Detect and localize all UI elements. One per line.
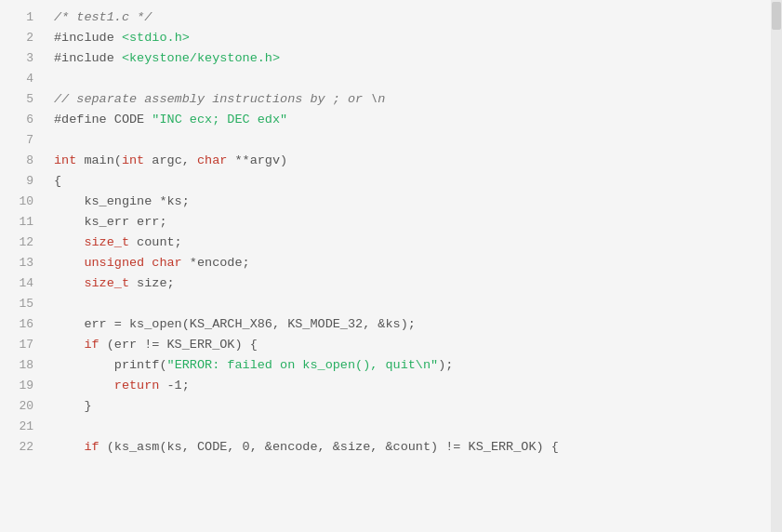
line-number: 2 xyxy=(0,28,45,48)
code-line: unsigned char *encode; xyxy=(54,253,762,273)
code-line: ks_engine *ks; xyxy=(54,192,762,212)
plain-token xyxy=(54,338,84,352)
plain-token: -1; xyxy=(159,379,189,392)
line-number: 22 xyxy=(0,437,45,458)
line-number: 4 xyxy=(0,69,45,89)
code-line: size_t size; xyxy=(54,273,762,294)
plain-token xyxy=(54,379,114,392)
code-line: if (ks_asm(ks, CODE, 0, &encode, &size, … xyxy=(54,437,762,458)
line-number: 18 xyxy=(0,355,45,376)
code-line: } xyxy=(54,396,762,417)
code-line: if (err != KS_ERR_OK) { xyxy=(54,335,762,355)
line-number: 12 xyxy=(0,233,45,253)
keyword-token: if xyxy=(84,440,99,454)
line-number: 9 xyxy=(0,171,45,192)
plain-token: ); xyxy=(438,358,453,372)
scrollbar-thumb[interactable] xyxy=(772,2,781,30)
code-line: int main(int argc, char **argv) xyxy=(54,151,762,171)
code-content: 12345678910111213141516171819202122 /* t… xyxy=(0,0,782,532)
line-number: 10 xyxy=(0,192,45,212)
plain-token: *encode; xyxy=(182,256,250,270)
line-number: 8 xyxy=(0,151,45,171)
code-editor: 12345678910111213141516171819202122 /* t… xyxy=(0,0,782,532)
code-line: printf("ERROR: failed on ks_open(), quit… xyxy=(54,355,762,376)
plain-token: #include xyxy=(54,51,122,65)
code-line xyxy=(54,130,762,151)
plain-token: ks_err err; xyxy=(54,215,167,229)
scrollbar[interactable] xyxy=(771,0,782,532)
plain-token: (err != KS_ERR_OK) { xyxy=(99,338,258,352)
plain-token: size; xyxy=(129,276,175,290)
type-token: size_t xyxy=(54,276,129,290)
line-numbers: 12345678910111213141516171819202122 xyxy=(0,0,45,532)
plain-token: main( xyxy=(76,153,122,167)
line-number: 1 xyxy=(0,7,45,28)
keyword-token: if xyxy=(84,338,99,352)
code-area[interactable]: /* test1.c */#include <stdio.h>#include … xyxy=(45,0,771,532)
plain-token: ks_engine *ks; xyxy=(54,194,190,208)
line-number: 16 xyxy=(0,314,45,335)
type-token: int xyxy=(122,153,144,167)
code-line: size_t count; xyxy=(54,233,762,253)
plain-token: #define xyxy=(54,113,114,126)
type-token: unsigned char xyxy=(54,256,182,270)
type-token: char xyxy=(197,153,227,167)
code-line: #include <keystone/keystone.h> xyxy=(54,48,762,69)
line-number: 7 xyxy=(0,130,45,151)
line-number: 14 xyxy=(0,273,45,294)
plain-token: err = ks_open(KS_ARCH_X86, KS_MODE_32, &… xyxy=(54,317,416,331)
line-number: 19 xyxy=(0,376,45,396)
line-number: 11 xyxy=(0,212,45,233)
code-line xyxy=(54,294,762,314)
code-line: /* test1.c */ xyxy=(54,7,762,28)
plain-token xyxy=(54,440,84,454)
code-line: #include <stdio.h> xyxy=(54,28,762,48)
line-number: 15 xyxy=(0,294,45,314)
line-number: 3 xyxy=(0,48,45,69)
comment-token: /* test1.c */ xyxy=(54,10,152,24)
plain-token: **argv) xyxy=(227,153,287,167)
plain-token: #include xyxy=(54,31,122,45)
plain-token: { xyxy=(54,174,61,188)
type-token: int xyxy=(54,153,76,167)
plain-token: } xyxy=(54,399,92,413)
line-number: 5 xyxy=(0,89,45,110)
code-line: #define CODE "INC ecx; DEC edx" xyxy=(54,110,762,130)
keyword-token: return xyxy=(114,379,160,392)
code-line: // separate assembly instructions by ; o… xyxy=(54,89,762,110)
code-line xyxy=(54,69,762,89)
line-number: 20 xyxy=(0,396,45,417)
plain-token: (ks_asm(ks, CODE, 0, &encode, &size, &co… xyxy=(99,440,559,454)
code-line: err = ks_open(KS_ARCH_X86, KS_MODE_32, &… xyxy=(54,314,762,335)
comment-token: // separate assembly instructions by ; o… xyxy=(54,92,385,106)
plain-token: argc, xyxy=(144,153,197,167)
code-line xyxy=(54,417,762,437)
line-number: 13 xyxy=(0,253,45,273)
code-line: ks_err err; xyxy=(54,212,762,233)
code-line: { xyxy=(54,171,762,192)
plain-token: printf( xyxy=(54,358,167,372)
line-number: 6 xyxy=(0,110,45,130)
plain-token: count; xyxy=(129,235,182,249)
string-token: "ERROR: failed on ks_open(), quit\n" xyxy=(167,358,439,372)
line-number: 17 xyxy=(0,335,45,355)
define-val-token: "INC ecx; DEC edx" xyxy=(152,113,287,126)
string-token: <stdio.h> xyxy=(122,31,190,45)
define-name-token: CODE xyxy=(114,113,152,126)
code-line: return -1; xyxy=(54,376,762,396)
line-number: 21 xyxy=(0,417,45,437)
type-token: size_t xyxy=(54,235,129,249)
string-token: <keystone/keystone.h> xyxy=(122,51,280,65)
